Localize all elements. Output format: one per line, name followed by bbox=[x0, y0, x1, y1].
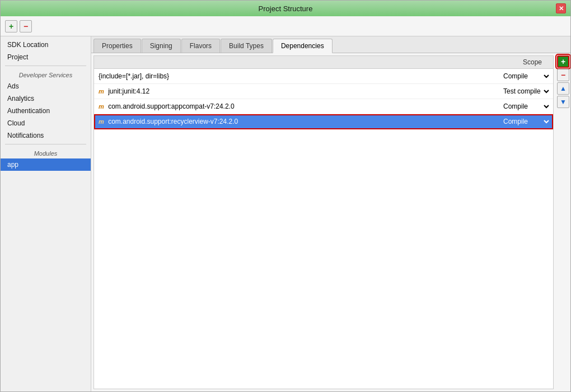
sidebar-divider-dev bbox=[5, 66, 86, 66]
dep-cell: m com.android.support:appcompat-v7:24.2.… bbox=[94, 99, 425, 114]
sidebar-item-app[interactable]: app bbox=[1, 158, 91, 171]
scope-select[interactable]: Compile Test compile Provided APK bbox=[500, 72, 551, 81]
table-row[interactable]: m junit:junit:4.12 Test compile Compile … bbox=[94, 84, 553, 99]
sidebar-section-modules: Modules bbox=[1, 147, 91, 158]
sidebar-item-sdk-location[interactable]: SDK Location bbox=[1, 39, 91, 51]
maven-icon: m bbox=[99, 103, 104, 110]
title-bar-controls: ✕ bbox=[556, 3, 566, 13]
table-row[interactable]: m com.android.support:appcompat-v7:24.2.… bbox=[94, 99, 553, 114]
tab-flavors[interactable]: Flavors bbox=[181, 39, 220, 53]
sidebar-item-notifications[interactable]: Notifications bbox=[1, 129, 91, 142]
scope-cell: Compile Test compile Provided APK bbox=[425, 99, 553, 114]
scope-select[interactable]: Compile Test compile Provided APK bbox=[500, 117, 551, 126]
sidebar: SDK Location Project Developer Services … bbox=[1, 36, 91, 391]
maven-icon: m bbox=[99, 118, 104, 125]
table-row-selected[interactable]: m com.android.support:recyclerview-v7:24… bbox=[94, 114, 553, 129]
scope-cell: Compile Test compile Provided APK bbox=[425, 114, 553, 129]
add-button[interactable]: + bbox=[5, 20, 17, 32]
tab-signing[interactable]: Signing bbox=[142, 39, 181, 53]
scope-select[interactable]: Test compile Compile Provided APK bbox=[500, 87, 551, 96]
dep-cell: m com.android.support:recyclerview-v7:24… bbox=[94, 114, 425, 129]
main-window: Project Structure ✕ + − SDK Location Pro… bbox=[0, 0, 571, 392]
remove-dependency-button[interactable]: − bbox=[557, 69, 569, 81]
content-area: Properties Signing Flavors Build Types D… bbox=[91, 36, 570, 391]
scope-cell: Test compile Compile Provided APK bbox=[425, 84, 553, 99]
tabs-bar: Properties Signing Flavors Build Types D… bbox=[91, 36, 570, 53]
remove-button[interactable]: − bbox=[20, 20, 32, 32]
sidebar-item-analytics[interactable]: Analytics bbox=[1, 92, 91, 105]
scope-select[interactable]: Compile Test compile Provided APK bbox=[500, 102, 551, 111]
sidebar-item-project[interactable]: Project bbox=[1, 51, 91, 63]
table-container: Scope {include=[*.jar], dir=libs} bbox=[91, 53, 570, 391]
dep-text: {include=[*.jar], dir=libs} bbox=[99, 72, 169, 80]
title-bar: Project Structure ✕ bbox=[1, 1, 570, 16]
main-content: SDK Location Project Developer Services … bbox=[1, 36, 570, 391]
tab-properties[interactable]: Properties bbox=[93, 39, 141, 53]
dep-text: com.android.support:appcompat-v7:24.2.0 bbox=[108, 102, 234, 110]
dep-cell: {include=[*.jar], dir=libs} bbox=[94, 69, 425, 84]
window-title: Project Structure bbox=[15, 4, 556, 13]
sidebar-item-authentication[interactable]: Authentication bbox=[1, 105, 91, 117]
side-actions: + − ▲ ▼ bbox=[556, 53, 570, 391]
scope-cell: Compile Test compile Provided APK bbox=[425, 69, 553, 84]
move-down-button[interactable]: ▼ bbox=[557, 96, 569, 108]
tab-dependencies[interactable]: Dependencies bbox=[273, 39, 333, 53]
add-dependency-button[interactable]: + bbox=[557, 55, 569, 68]
move-up-button[interactable]: ▲ bbox=[557, 82, 569, 95]
dep-text: junit:junit:4.12 bbox=[108, 87, 149, 95]
dependencies-table: Scope {include=[*.jar], dir=libs} bbox=[93, 55, 554, 389]
dep-cell: m junit:junit:4.12 bbox=[94, 84, 425, 99]
tab-build-types[interactable]: Build Types bbox=[221, 39, 272, 53]
table-row[interactable]: {include=[*.jar], dir=libs} Compile Test… bbox=[94, 69, 553, 84]
sidebar-section-developer-services: Developer Services bbox=[1, 68, 91, 80]
maven-icon: m bbox=[99, 88, 104, 95]
sidebar-divider-modules bbox=[5, 144, 86, 144]
sidebar-item-ads[interactable]: Ads bbox=[1, 80, 91, 92]
col-header-scope: Scope bbox=[425, 56, 553, 69]
toolbar: + − bbox=[1, 16, 570, 36]
dep-text: com.android.support:recyclerview-v7:24.2… bbox=[108, 118, 238, 125]
sidebar-item-cloud[interactable]: Cloud bbox=[1, 117, 91, 129]
close-button[interactable]: ✕ bbox=[556, 3, 566, 13]
col-header-dependency bbox=[94, 56, 425, 69]
